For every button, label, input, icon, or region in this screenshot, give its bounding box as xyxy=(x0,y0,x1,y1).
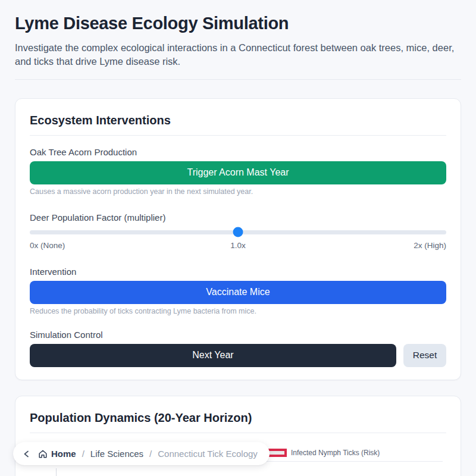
card-title-divider xyxy=(30,135,446,136)
page-title: Lyme Disease Ecology Simulation xyxy=(15,14,461,33)
simulation-control-group: Simulation Control Next Year Reset xyxy=(30,330,446,367)
vaccinate-mice-helper: Reduces the probability of ticks contrac… xyxy=(30,307,446,316)
acorn-production-label: Oak Tree Acorn Production xyxy=(30,147,446,158)
acorn-production-helper: Causes a massive acorn production year i… xyxy=(30,187,446,196)
slider-min-label: 0x (None) xyxy=(30,241,168,250)
breadcrumb-life-sciences[interactable]: Life Sciences xyxy=(90,449,143,459)
slider-value-label: 1.0x xyxy=(168,241,307,250)
intervention-group: Intervention Vaccinate Mice Reduces the … xyxy=(30,267,446,316)
vaccinate-mice-button[interactable]: Vaccinate Mice xyxy=(30,281,446,304)
main-page: Lyme Disease Ecology Simulation Investig… xyxy=(0,14,476,476)
simulation-buttons-row: Next Year Reset xyxy=(30,344,446,367)
deer-slider-thumb[interactable] xyxy=(233,227,243,237)
simulation-control-label: Simulation Control xyxy=(30,330,446,340)
deer-population-label: Deer Population Factor (multiplier) xyxy=(30,212,446,223)
next-year-button[interactable]: Next Year xyxy=(30,344,396,367)
legend-label: Infected Nymph Ticks (Risk) xyxy=(291,449,380,457)
breadcrumb-separator: / xyxy=(149,449,152,459)
slider-max-label: 2x (High) xyxy=(308,241,446,250)
back-button[interactable] xyxy=(21,449,32,459)
infected-ticks-swatch-icon xyxy=(267,449,287,457)
acorn-production-group: Oak Tree Acorn Production Trigger Acorn … xyxy=(30,147,446,196)
slider-labels: 0x (None) 1.0x 2x (High) xyxy=(30,241,446,250)
ecosystem-interventions-card: Ecosystem Interventions Oak Tree Acorn P… xyxy=(15,98,461,380)
home-icon xyxy=(38,449,48,459)
breadcrumb: Home / Life Sciences / Connecticut Tick … xyxy=(13,442,270,465)
breadcrumb-current-page: Connecticut Tick Ecology xyxy=(158,449,258,459)
dynamics-card-title: Population Dynamics (20-Year Horizon) xyxy=(30,411,446,425)
trigger-acorn-mast-year-button[interactable]: Trigger Acorn Mast Year xyxy=(30,161,446,184)
breadcrumb-separator: / xyxy=(82,449,84,459)
deer-population-slider[interactable] xyxy=(30,230,446,234)
page-subtitle: Investigate the complex ecological inter… xyxy=(15,41,460,69)
deer-population-group: Deer Population Factor (multiplier) 0x (… xyxy=(30,212,446,250)
reset-button[interactable]: Reset xyxy=(403,344,446,367)
breadcrumb-home[interactable]: Home xyxy=(38,449,76,459)
chart-y-axis-line xyxy=(56,468,57,476)
legend-item-infected-nymph-ticks[interactable]: Infected Nymph Ticks (Risk) xyxy=(267,449,380,457)
intervention-label: Intervention xyxy=(30,267,446,277)
breadcrumb-home-label: Home xyxy=(51,449,76,459)
interventions-card-title: Ecosystem Interventions xyxy=(30,113,446,127)
header-divider xyxy=(15,79,461,80)
chevron-left-icon xyxy=(22,449,32,459)
